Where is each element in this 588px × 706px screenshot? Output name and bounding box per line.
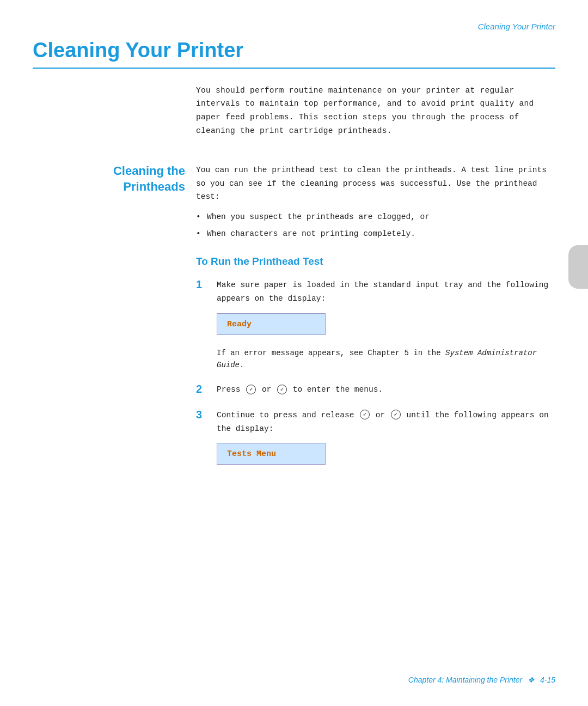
intro-left-col — [33, 84, 196, 138]
running-title: Cleaning Your Printer — [478, 22, 555, 31]
page-container: Cleaning Your Printer Cleaning Your Prin… — [0, 0, 588, 706]
footer-diamond: ❖ — [528, 675, 535, 684]
title-rule — [33, 68, 555, 69]
step-1-text: Make sure paper is loaded in the standar… — [217, 278, 555, 305]
footer: Chapter 4: Maintaining the Printer ❖ 4-1… — [408, 675, 555, 684]
section-heading-col: Cleaning the Printheads — [33, 137, 196, 484]
step-3-prefix: Continue to press and release — [217, 411, 359, 419]
footer-chapter-text: Chapter 4: Maintaining the Printer — [408, 675, 522, 684]
main-content: Cleaning Your Printer You should perform… — [33, 38, 555, 484]
error-note-suffix: . — [240, 361, 244, 369]
step-2-middle: or — [262, 385, 276, 394]
display-box-ready: Ready — [217, 313, 326, 335]
display-ready-text: Ready — [227, 320, 252, 329]
display-box-tests: Tests Menu — [217, 443, 326, 465]
button-down-icon-2: ✓ — [391, 410, 401, 419]
step-1: 1 Make sure paper is loaded in the stand… — [196, 278, 555, 371]
steps-container: 1 Make sure paper is loaded in the stand… — [196, 278, 555, 472]
error-note-prefix: If an error message appears, see Chapter… — [217, 349, 445, 357]
intro-right-col: You should perform routine maintenance o… — [196, 84, 555, 138]
step-2: 2 Press ✓ or ✓ to enter the menus. — [196, 383, 555, 397]
step-3-text: Continue to press and release ✓ or ✓ unt… — [217, 409, 555, 435]
button-down-icon: ✓ — [277, 385, 287, 394]
intro-section: You should perform routine maintenance o… — [33, 84, 555, 138]
section-content-col: You can run the printhead test to clean … — [196, 137, 555, 484]
step-number-1: 1 — [196, 278, 208, 291]
bullet-list: When you suspect the printheads are clog… — [196, 210, 555, 240]
step-3: 3 Continue to press and release ✓ or ✓ u… — [196, 409, 555, 472]
footer-page-number: 4-15 — [540, 675, 555, 684]
intro-paragraph: You should perform routine maintenance o… — [196, 84, 555, 138]
button-up-icon-2: ✓ — [360, 410, 370, 419]
page-title: Cleaning Your Printer — [33, 38, 555, 63]
step-number-2: 2 — [196, 383, 208, 395]
section-text: You can run the printhead test to clean … — [196, 163, 555, 204]
list-item: When you suspect the printheads are clog… — [196, 210, 555, 224]
step-2-suffix: to enter the menus. — [293, 385, 383, 394]
side-tab — [568, 245, 588, 289]
step-1-content: Make sure paper is loaded in the standar… — [217, 278, 555, 371]
list-item: When characters are not printing complet… — [196, 227, 555, 241]
error-note: If an error message appears, see Chapter… — [217, 347, 555, 372]
button-up-icon: ✓ — [246, 385, 256, 394]
step-3-middle: or — [376, 411, 390, 419]
step-2-prefix: Press — [217, 385, 245, 394]
step-2-content: Press ✓ or ✓ to enter the menus. — [217, 383, 555, 397]
step-3-content: Continue to press and release ✓ or ✓ unt… — [217, 409, 555, 472]
printheads-section: Cleaning the Printheads You can run the … — [33, 137, 555, 484]
step-number-3: 3 — [196, 409, 208, 421]
subsection-heading: To Run the Printhead Test — [196, 255, 555, 267]
section-heading: Cleaning the Printheads — [33, 163, 185, 194]
step-2-text: Press ✓ or ✓ to enter the menus. — [217, 383, 555, 397]
display-tests-text: Tests Menu — [227, 449, 276, 459]
